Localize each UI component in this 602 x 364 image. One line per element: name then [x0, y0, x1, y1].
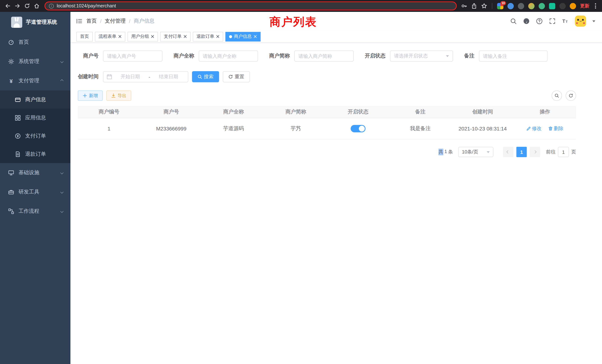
sidebar-item-home[interactable]: 首页 [0, 33, 70, 52]
merchant-no-input[interactable] [103, 50, 162, 62]
col-header: 操作 [514, 106, 576, 118]
refresh-table-button[interactable] [566, 90, 576, 101]
top-navbar: 首页 / 支付管理 / 商户信息 商户列表 TT [70, 12, 602, 30]
sidebar-fold-icon[interactable] [76, 18, 83, 24]
search-icon [555, 93, 559, 98]
sidebar-item-merchant-info[interactable]: 商户信息 [0, 90, 70, 109]
bookmark-star-icon[interactable] [481, 3, 487, 9]
add-button[interactable]: 新增 [78, 90, 103, 101]
status-toggle[interactable] [351, 125, 366, 132]
merchant-short-input[interactable] [294, 50, 354, 62]
extension-badge: 10 [500, 1, 506, 5]
sidebar: 芋道管理系统 首页 系统管理 ¥ 支付管理 商户信息 [0, 12, 70, 364]
monitor-icon [8, 170, 14, 176]
help-icon[interactable] [536, 18, 543, 24]
payment-submenu: 商户信息 应用信息 支付订单 退款订单 [0, 90, 70, 163]
search-button[interactable]: 搜索 [192, 71, 219, 82]
edit-link[interactable]: 修改 [526, 125, 542, 132]
card-icon [15, 96, 21, 103]
page-button-1[interactable]: 1 [516, 147, 527, 157]
reload-button[interactable] [22, 1, 32, 11]
extension-icon-5[interactable] [539, 3, 545, 9]
plus-icon [83, 93, 87, 98]
page-content: 商户号 商户全称 商户简称 开启状态 请选择开启状态 [70, 43, 602, 364]
tags-view: 首页 流程表单 用户分组 支付订单 退款订单 商户信息 [70, 30, 602, 43]
reset-button[interactable]: 重置 [223, 71, 250, 82]
search-icon[interactable] [510, 18, 517, 24]
filter-create-time: 创建时间 开始日期 - 结束日期 [78, 71, 188, 82]
info-icon[interactable]: i [49, 3, 54, 8]
filter-remark: 备注 [464, 50, 548, 62]
breadcrumb-payment[interactable]: 支付管理 [105, 18, 126, 24]
delete-link[interactable]: 删除 [548, 125, 563, 132]
extension-icon-8[interactable] [570, 3, 576, 9]
sidebar-menu: 首页 系统管理 ¥ 支付管理 商户信息 应用信息 [0, 33, 70, 221]
chevron-down-icon [60, 210, 64, 213]
tab-user-group[interactable]: 用户分组 [128, 32, 158, 41]
page-size-select[interactable]: 10条/页 [458, 147, 493, 157]
toggle-search-button[interactable] [552, 90, 562, 101]
logo-avatar [11, 17, 22, 28]
filter-status: 开启状态 请选择开启状态 [365, 50, 453, 62]
col-header: 商户全称 [202, 106, 265, 118]
tab-merchant-info[interactable]: 商户信息 [225, 32, 261, 41]
sidebar-item-dev-tools[interactable]: 研发工具 [0, 182, 70, 202]
github-icon[interactable] [523, 18, 530, 24]
back-button[interactable] [3, 1, 13, 11]
chevron-down-icon [60, 171, 64, 174]
col-header: 商户简称 [265, 106, 327, 118]
status-select[interactable]: 请选择开启状态 [390, 50, 453, 62]
svg-text:T: T [566, 20, 568, 23]
forward-button[interactable] [13, 1, 22, 11]
goto-page-input[interactable] [558, 147, 569, 157]
extension-icon-7[interactable] [559, 3, 566, 9]
sidebar-item-infrastructure[interactable]: 基础设施 [0, 163, 70, 182]
share-icon[interactable] [471, 3, 477, 9]
dashboard-icon [8, 39, 14, 45]
close-icon[interactable] [151, 35, 154, 38]
goto-label: 前往 [546, 149, 556, 155]
avatar-dropdown-icon[interactable] [592, 20, 595, 22]
sidebar-item-app-info[interactable]: 应用信息 [0, 109, 70, 127]
extension-icon-2[interactable] [507, 3, 514, 9]
fullscreen-icon[interactable] [549, 18, 556, 24]
sidebar-item-workflow[interactable]: 工作流程 [0, 202, 70, 221]
tab-home[interactable]: 首页 [76, 32, 93, 41]
cell-id: 1 [78, 126, 140, 132]
next-page-button[interactable] [530, 147, 540, 157]
user-avatar[interactable] [575, 16, 586, 27]
font-size-icon[interactable]: TT [562, 18, 569, 24]
export-button[interactable]: 导出 [106, 90, 131, 101]
extension-icon-6[interactable] [549, 3, 555, 9]
navbar-actions: TT [510, 16, 602, 27]
close-icon[interactable] [118, 35, 122, 38]
browser-toolbar: i localhost:1024/pay/merchant 10 [0, 0, 602, 12]
status-label: 开启状态 [365, 53, 390, 59]
browser-menu-icon[interactable] [593, 2, 598, 10]
home-button[interactable] [32, 1, 42, 11]
remark-input[interactable] [479, 50, 548, 62]
password-key-icon[interactable] [461, 3, 467, 9]
tab-pay-order[interactable]: 支付订单 [160, 32, 191, 41]
close-icon[interactable] [254, 35, 257, 38]
close-icon[interactable] [216, 35, 219, 38]
address-bar[interactable]: i localhost:1024/pay/merchant [44, 1, 457, 10]
prev-page-button[interactable] [503, 147, 513, 157]
extension-icon-3[interactable] [518, 3, 524, 9]
tab-refund-order[interactable]: 退款订单 [193, 32, 223, 41]
sidebar-item-payment[interactable]: ¥ 支付管理 [0, 71, 70, 90]
date-range-picker[interactable]: 开始日期 - 结束日期 [103, 71, 188, 82]
breadcrumb-home[interactable]: 首页 [86, 18, 97, 24]
merchant-name-input[interactable] [199, 50, 258, 62]
close-icon[interactable] [183, 35, 187, 38]
update-button[interactable]: 更新 [580, 3, 589, 9]
sidebar-item-refund-order[interactable]: 退款订单 [0, 145, 70, 163]
toolbar-divider [492, 3, 492, 9]
sidebar-item-pay-order[interactable]: 支付订单 [0, 127, 70, 145]
merchant-name-label: 商户全称 [173, 53, 199, 59]
chevron-down-icon [487, 151, 490, 153]
sidebar-item-system[interactable]: 系统管理 [0, 52, 70, 71]
extension-icon-4[interactable] [528, 3, 535, 9]
tab-process-form[interactable]: 流程表单 [95, 32, 125, 41]
extension-icon-1[interactable]: 10 [497, 3, 503, 9]
